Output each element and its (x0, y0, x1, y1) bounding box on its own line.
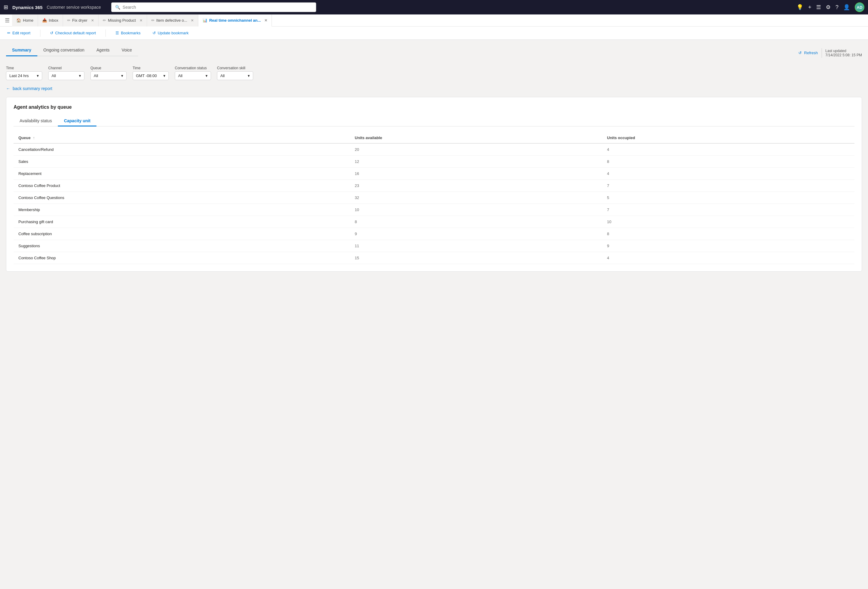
search-bar[interactable]: 🔍 (111, 2, 316, 12)
cell-queue-9: Contoso Coffee Shop (13, 252, 350, 264)
tab-bar: ☰ 🏠 Home 📥 Inbox ✏ Fix dryer ✕ ✏ Missing… (0, 15, 868, 27)
filter-conv-skill-select[interactable]: All ▾ (217, 71, 253, 80)
edit-report-icon: ✏ (7, 31, 10, 35)
filter-time: Time Last 24 hrs ▾ (6, 66, 42, 80)
edit-report-label: Edit report (12, 31, 31, 35)
filter-timezone-select[interactable]: GMT -08:00 ▾ (133, 71, 169, 80)
tab-inbox-label: Inbox (49, 18, 59, 23)
search-icon: 🔍 (115, 5, 120, 10)
chevron-down-icon-time: ▾ (37, 74, 39, 78)
bookmarks-icon: ☰ (115, 31, 119, 35)
tab-agents[interactable]: Agents (90, 44, 116, 56)
bookmarks-button[interactable]: ☰ Bookmarks (113, 29, 143, 37)
col-header-queue[interactable]: Queue ↑ (13, 133, 350, 143)
update-bookmark-button[interactable]: ↺ Update bookmark (150, 29, 191, 37)
filter-conv-status-select[interactable]: All ▾ (175, 71, 211, 80)
tab-ongoing-conversation[interactable]: Ongoing conversation (37, 44, 90, 56)
menu-icon[interactable]: ☰ (816, 4, 821, 10)
cell-units-available-6: 8 (350, 216, 602, 228)
tab-inbox[interactable]: 📥 Inbox (38, 15, 63, 27)
col-units-available-label: Units available (355, 135, 382, 140)
table-header-row: Queue ↑ Units available Units occupied (13, 133, 855, 143)
avatar[interactable]: AD (855, 2, 864, 12)
search-input[interactable] (123, 5, 312, 10)
home-icon: 🏠 (16, 18, 21, 23)
filter-queue-select[interactable]: All ▾ (90, 71, 127, 80)
cell-units-occupied-7: 8 (602, 228, 855, 240)
table-body: Cancellation/Refund 20 4 Sales 12 8 Repl… (13, 143, 855, 264)
cell-units-occupied-4: 5 (602, 192, 855, 204)
filter-timezone-label: Time (133, 66, 169, 70)
cell-units-occupied-3: 7 (602, 180, 855, 192)
refresh-icon: ↺ (799, 51, 802, 55)
tab-home[interactable]: 🏠 Home (12, 15, 38, 27)
back-link[interactable]: ← back summary report (6, 86, 862, 91)
table-row: Sales 12 8 (13, 156, 855, 168)
refresh-button[interactable]: ↺ Refresh (799, 51, 818, 55)
tab-real-time-label: Real time omnichannel an... (209, 18, 261, 23)
chart-icon-real-time: 📊 (202, 18, 207, 23)
subtab-capacity-label: Capacity unit (64, 118, 90, 123)
tab-bar-menu-icon[interactable]: ☰ (2, 17, 12, 24)
filter-conv-skill: Conversation skill All ▾ (217, 66, 253, 80)
edit-icon-fix-dryer: ✏ (67, 18, 71, 23)
settings-icon[interactable]: ⚙ (826, 4, 831, 10)
col-header-units-available: Units available (350, 133, 602, 143)
cell-units-available-4: 32 (350, 192, 602, 204)
filter-timezone: Time GMT -08:00 ▾ (133, 66, 169, 80)
filter-time-value: Last 24 hrs (9, 74, 29, 78)
cell-units-available-8: 11 (350, 240, 602, 252)
subtab-capacity[interactable]: Capacity unit (58, 116, 96, 127)
table-row: Contoso Coffee Product 23 7 (13, 180, 855, 192)
tab-close-missing-product[interactable]: ✕ (140, 18, 143, 23)
cell-queue-8: Suggestions (13, 240, 350, 252)
tab-missing-product[interactable]: ✏ Missing Product ✕ (99, 15, 147, 27)
last-updated-label: Last updated (825, 49, 862, 53)
tab-close-fix-dryer[interactable]: ✕ (91, 18, 94, 23)
table-row: Contoso Coffee Shop 15 4 (13, 252, 855, 264)
app-menu-icon[interactable]: ⊞ (4, 4, 8, 10)
toolbar-divider-2 (105, 29, 106, 37)
checkout-report-button[interactable]: ↺ Checkout default report (47, 29, 98, 37)
cell-queue-2: Replacement (13, 168, 350, 180)
tab-fix-dryer[interactable]: ✏ Fix dryer ✕ (63, 15, 99, 27)
lightbulb-icon[interactable]: 💡 (797, 4, 803, 10)
subtab-availability[interactable]: Availability status (13, 116, 58, 127)
last-updated-block: Last updated 7/14/2022 5:08: 15 PM (825, 49, 862, 57)
cell-units-available-2: 16 (350, 168, 602, 180)
table-row: Coffee subscription 9 8 (13, 228, 855, 240)
cell-units-occupied-8: 9 (602, 240, 855, 252)
tab-close-item-defective[interactable]: ✕ (191, 18, 194, 23)
user-icon[interactable]: 👤 (843, 4, 850, 10)
filters-row: Time Last 24 hrs ▾ Channel All ▾ Queue A… (6, 66, 862, 80)
help-icon[interactable]: ? (836, 4, 838, 10)
filter-channel-select[interactable]: All ▾ (48, 71, 84, 80)
filter-channel-label: Channel (48, 66, 84, 70)
tab-voice-label: Voice (122, 47, 132, 52)
table-row: Membership 10 7 (13, 204, 855, 216)
chevron-down-icon-queue: ▾ (121, 74, 123, 78)
cell-queue-3: Contoso Coffee Product (13, 180, 350, 192)
tab-fix-dryer-label: Fix dryer (72, 18, 88, 23)
table-row: Replacement 16 4 (13, 168, 855, 180)
tab-item-defective[interactable]: ✏ Item defective o... ✕ (147, 15, 199, 27)
cell-queue-5: Membership (13, 204, 350, 216)
tab-summary[interactable]: Summary (6, 44, 37, 56)
checkout-icon: ↺ (50, 31, 53, 35)
col-header-units-occupied: Units occupied (602, 133, 855, 143)
tab-real-time[interactable]: 📊 Real time omnichannel an... ✕ (198, 15, 272, 27)
add-icon[interactable]: + (808, 4, 811, 10)
table-row: Purchasing gift card 8 10 (13, 216, 855, 228)
update-bookmark-label: Update bookmark (158, 31, 189, 35)
table-row: Cancellation/Refund 20 4 (13, 143, 855, 156)
filter-queue: Queue All ▾ (90, 66, 127, 80)
top-navigation: ⊞ Dynamics 365 Customer service workspac… (0, 0, 868, 15)
tab-close-real-time[interactable]: ✕ (264, 18, 267, 23)
filter-time-select[interactable]: Last 24 hrs ▾ (6, 71, 42, 80)
chevron-down-icon-conv-status: ▾ (205, 74, 208, 78)
tab-voice[interactable]: Voice (116, 44, 138, 56)
cell-queue-0: Cancellation/Refund (13, 143, 350, 156)
filter-conv-status-label: Conversation status (175, 66, 211, 70)
tab-missing-product-label: Missing Product (108, 18, 136, 23)
edit-report-button[interactable]: ✏ Edit report (5, 29, 33, 37)
